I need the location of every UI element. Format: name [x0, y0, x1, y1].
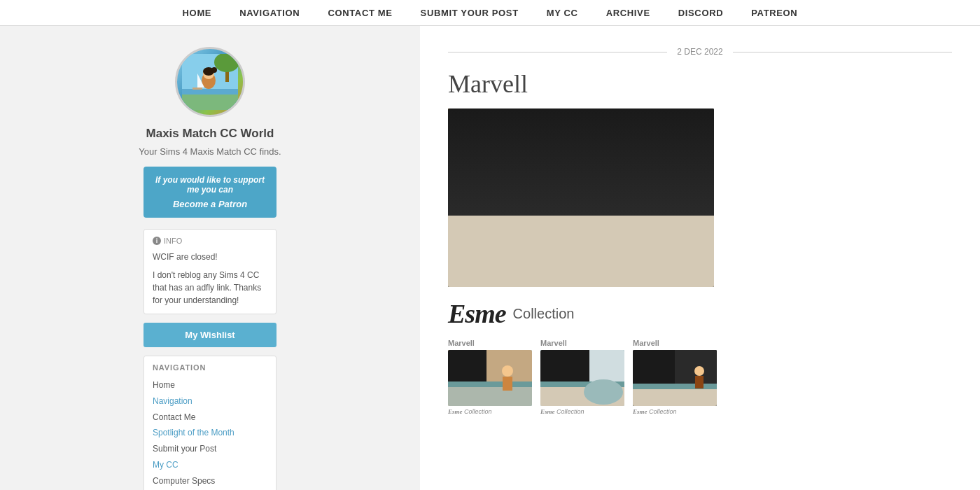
nav-patreon[interactable]: PATREON [751, 8, 797, 18]
patron-box[interactable]: If you would like to support me you can … [144, 167, 276, 218]
info-box: i INFO WCIF are closed! I don't reblog a… [144, 229, 276, 314]
divider-line-right [733, 52, 952, 52]
thumb-image-2 [540, 350, 624, 406]
svg-rect-2 [182, 94, 238, 110]
avatar [175, 47, 245, 117]
sidebar-item-spotlight[interactable]: Spotlight of the Month [153, 425, 267, 441]
patron-top-text: If you would like to support me you can [150, 175, 270, 195]
post-date: 2 DEC 2022 [677, 47, 722, 57]
thumb-caption-3: Esme Collection [633, 408, 717, 415]
svg-rect-44 [448, 385, 532, 406]
nav-submit[interactable]: SUBMIT YOUR POST [421, 8, 519, 18]
info-line-2: I don't reblog any Sims 4 CC that has an… [153, 269, 267, 307]
svg-rect-55 [633, 388, 717, 406]
thumbnails: Marvell Esme Collection [448, 339, 952, 415]
site-title: Maxis Match CC World [146, 127, 274, 141]
svg-rect-56 [633, 384, 717, 389]
svg-rect-9 [192, 88, 202, 90]
sidebar-item-computerspecs[interactable]: Computer Specs [153, 473, 267, 489]
collection-word: Collection [513, 306, 575, 322]
main-post-image [448, 108, 714, 287]
svg-rect-45 [448, 382, 532, 387]
date-divider: 2 DEC 2022 [448, 47, 952, 57]
thumb-label-2: Marvell [540, 339, 624, 347]
thumb-image-1 [448, 350, 532, 406]
sidebar-item-navigation[interactable]: Navigation [153, 393, 267, 410]
collection-name: Esme [448, 298, 506, 329]
nav-contact[interactable]: CONTACT ME [328, 8, 392, 18]
patron-button[interactable]: Become a Patron [150, 199, 270, 209]
main-nav: HOME NAVIGATION CONTACT ME SUBMIT YOUR P… [0, 0, 980, 26]
svg-rect-46 [448, 350, 486, 382]
info-icon: i [153, 237, 161, 245]
page-wrapper: Maxis Match CC World Your Sims 4 Maxis M… [0, 26, 980, 490]
thumb-label-1: Marvell [448, 339, 532, 347]
collection-header: Esme Collection [448, 298, 952, 329]
nav-home[interactable]: HOME [183, 8, 212, 18]
wishlist-button[interactable]: My Wishlist [144, 323, 276, 347]
thumb-label-3: Marvell [633, 339, 717, 347]
main-content: 2 DEC 2022 Marvell [420, 26, 980, 490]
sidebar-item-contact[interactable]: Contact Me [153, 410, 267, 426]
svg-point-47 [502, 365, 513, 377]
svg-point-53 [584, 379, 623, 405]
nav-mycc[interactable]: MY CC [547, 8, 578, 18]
svg-point-58 [694, 366, 704, 376]
thumbnail-2: Marvell Esme Collection [540, 339, 624, 415]
nav-archive[interactable]: ARCHIVE [606, 8, 650, 18]
sidebar-nav-header: NAVIGATION [153, 363, 267, 372]
thumbnail-1: Marvell Esme Collection [448, 339, 532, 415]
thumbnail-3: Marvell Esme Collection [633, 339, 717, 415]
sidebar-item-submit[interactable]: Submit your Post [153, 441, 267, 457]
svg-point-8 [211, 67, 217, 73]
svg-rect-59 [695, 376, 704, 388]
svg-rect-48 [503, 377, 512, 391]
post-title: Marvell [448, 69, 952, 99]
avatar-image [182, 54, 238, 110]
kitchen-bg [448, 108, 714, 287]
sidebar-item-mycc[interactable]: My CC [153, 457, 267, 473]
divider-line-left [448, 52, 667, 52]
thumb-image-3 [633, 350, 717, 406]
sidebar: Maxis Match CC World Your Sims 4 Maxis M… [0, 26, 420, 490]
sidebar-nav-box: NAVIGATION Home Navigation Contact Me Sp… [144, 356, 276, 490]
sidebar-item-home[interactable]: Home [153, 377, 267, 393]
nav-discord[interactable]: DISCORD [678, 8, 724, 18]
thumb-caption-1: Esme Collection [448, 408, 532, 415]
thumb-caption-2: Esme Collection [540, 408, 624, 415]
info-line-1: WCIF are closed! [153, 251, 267, 263]
nav-navigation[interactable]: NAVIGATION [239, 8, 300, 18]
site-tagline: Your Sims 4 Maxis Match CC finds. [139, 146, 281, 157]
info-header: i INFO [153, 237, 267, 245]
svg-rect-52 [540, 350, 589, 382]
